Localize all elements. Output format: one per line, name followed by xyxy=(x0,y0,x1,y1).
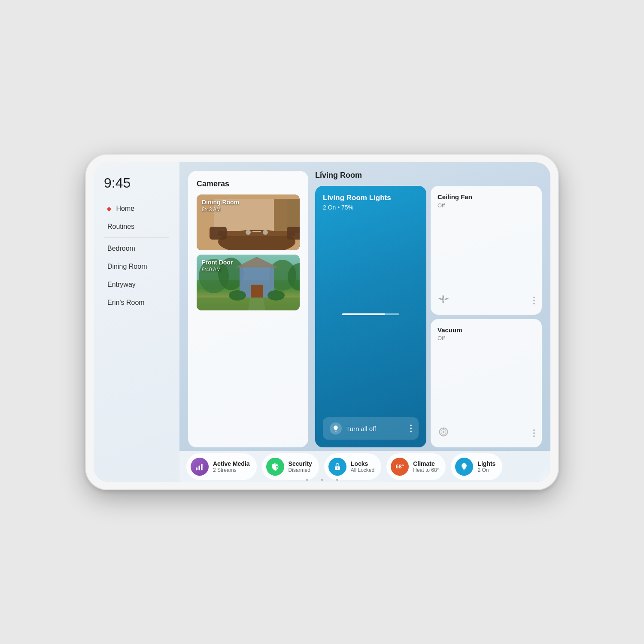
ceiling-fan-status: Off xyxy=(437,202,535,209)
cameras-title: Cameras xyxy=(197,179,300,188)
vacuum-status: Off xyxy=(437,335,535,341)
screen: ⌄ 9:45 Home Routines Bedroom Dining Room… xyxy=(94,162,550,482)
svg-point-21 xyxy=(229,290,246,301)
svg-point-35 xyxy=(337,468,338,469)
nav-dot-2 xyxy=(321,479,323,481)
bottom-navigation-dots xyxy=(306,479,338,481)
locks-chip-subtitle: All Locked xyxy=(351,467,374,473)
security-chip-subtitle: Disarmed xyxy=(289,467,312,473)
svg-rect-2 xyxy=(274,199,287,233)
vacuum-title: Vacuum xyxy=(437,326,535,334)
sidebar-item-bedroom[interactable]: Bedroom xyxy=(97,240,176,258)
svg-rect-10 xyxy=(252,231,261,232)
media-chip-title: Active Media xyxy=(213,460,250,467)
status-chip-locks[interactable]: Locks All Locked xyxy=(324,453,381,480)
ceiling-fan-icon xyxy=(437,293,450,308)
svg-rect-29 xyxy=(199,465,200,470)
lights-footer: Turn all off xyxy=(323,417,419,440)
camera-front-time: 9:40 AM xyxy=(202,267,221,273)
media-icon xyxy=(191,458,209,476)
status-chip-lights[interactable]: Lights 2 On xyxy=(451,453,502,480)
ceiling-fan-tile[interactable]: Ceiling Fan Off xyxy=(431,186,542,315)
living-room-grid: Living Room Lights 2 On • 75% xyxy=(315,186,542,447)
ceiling-fan-title: Ceiling Fan xyxy=(437,193,535,201)
sidebar: 9:45 Home Routines Bedroom Dining Room E… xyxy=(94,162,179,482)
lights-more-menu[interactable] xyxy=(410,425,412,432)
svg-rect-30 xyxy=(201,464,202,470)
vacuum-tile[interactable]: Vacuum Off xyxy=(431,319,542,448)
climate-chip-subtitle: Heat to 68° xyxy=(413,467,439,473)
camera-dining-room[interactable]: Dining Room 9:43 AM xyxy=(197,194,300,250)
status-chip-media[interactable]: Active Media 2 Streams xyxy=(186,453,257,480)
climate-icon: 68° xyxy=(391,458,409,476)
screen-chevron: ⌄ xyxy=(319,167,325,173)
camera-dining-time: 9:43 AM xyxy=(202,207,221,213)
security-icon xyxy=(266,458,284,476)
locks-chip-title: Locks xyxy=(351,460,374,467)
lights-slider-area xyxy=(323,211,419,417)
lights-chip-title: Lights xyxy=(477,460,495,467)
sidebar-item-dining-room[interactable]: Dining Room xyxy=(97,258,176,276)
living-room-section: Living Room Living Room Lights 2 On • 75… xyxy=(315,171,542,447)
cameras-card: Cameras xyxy=(188,171,308,447)
vacuum-more-menu[interactable] xyxy=(533,429,535,437)
main-content: Cameras xyxy=(179,162,550,482)
nav-dot-3 xyxy=(336,479,338,481)
sidebar-item-home[interactable]: Home xyxy=(97,200,176,218)
svg-rect-18 xyxy=(251,285,263,298)
climate-chip-title: Climate xyxy=(413,460,439,467)
svg-rect-7 xyxy=(287,227,300,240)
camera-front-door[interactable]: Front Door 9:40 AM xyxy=(197,255,300,310)
svg-rect-28 xyxy=(196,467,197,470)
lights-title: Living Room Lights xyxy=(323,194,419,202)
sidebar-item-erins-room[interactable]: Erin's Room xyxy=(97,294,176,312)
nav-dot-1 xyxy=(306,479,308,481)
svg-point-23 xyxy=(443,298,445,300)
locks-icon xyxy=(328,458,346,476)
brightness-slider[interactable] xyxy=(342,313,400,315)
svg-point-26 xyxy=(443,431,445,433)
sidebar-divider xyxy=(104,237,169,238)
living-room-title: Living Room xyxy=(315,171,542,180)
vacuum-icon xyxy=(437,426,450,440)
device-shell: ⌄ 9:45 Home Routines Bedroom Dining Room… xyxy=(86,155,558,489)
lights-status-icon xyxy=(455,458,473,476)
camera-front-label: Front Door xyxy=(202,259,233,266)
status-bar: Active Media 2 Streams Security xyxy=(179,451,550,482)
sidebar-item-routines[interactable]: Routines xyxy=(97,218,176,236)
svg-rect-20 xyxy=(197,298,300,310)
svg-point-22 xyxy=(267,290,285,301)
ceiling-fan-more-menu[interactable] xyxy=(533,297,535,304)
status-chip-security[interactable]: Security Disarmed xyxy=(262,453,319,480)
bulb-icon xyxy=(330,422,342,434)
turn-all-off-button[interactable]: Turn all off xyxy=(330,422,376,434)
svg-point-9 xyxy=(263,230,268,235)
svg-rect-6 xyxy=(210,227,227,240)
sidebar-item-entryway[interactable]: Entryway xyxy=(97,276,176,294)
status-chip-climate[interactable]: 68° Climate Heat to 68° xyxy=(386,453,446,480)
time-display: 9:45 xyxy=(94,171,179,200)
camera-dining-label: Dining Room xyxy=(202,199,239,206)
lights-subtitle: 2 On • 75% xyxy=(323,204,419,211)
security-chip-title: Security xyxy=(289,460,312,467)
lights-tile[interactable]: Living Room Lights 2 On • 75% xyxy=(315,186,426,447)
media-chip-subtitle: 2 Streams xyxy=(213,467,250,473)
svg-point-8 xyxy=(246,230,251,235)
slider-fill xyxy=(342,313,385,315)
lights-chip-subtitle: 2 On xyxy=(477,467,495,473)
